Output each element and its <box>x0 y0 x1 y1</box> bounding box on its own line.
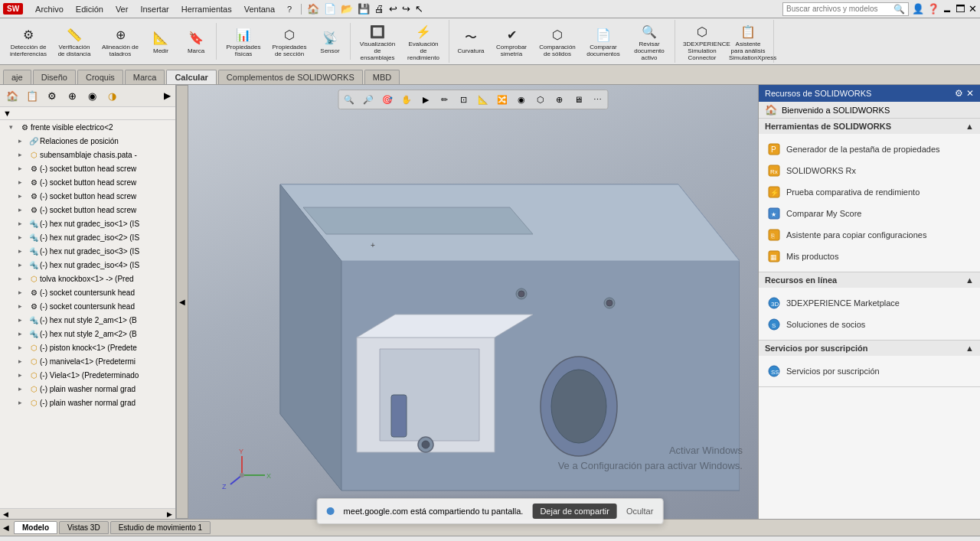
bottom-tab-modelo[interactable]: Modelo <box>14 521 57 534</box>
menu-edicion[interactable]: Edición <box>70 3 109 15</box>
tool-marca[interactable]: 🔖 Marca <box>179 27 213 57</box>
tree-item-relaciones[interactable]: ▸ 🔗 Relaciones de posición <box>0 134 175 148</box>
vp-btn-zoom-in[interactable]: 🔎 <box>360 92 377 107</box>
sidebar-icon-target[interactable]: ⊕ <box>63 86 81 105</box>
menu-ventana[interactable]: Ventana <box>238 3 281 15</box>
viewport[interactable]: 🔍 🔎 🎯 ✋ ▶ ✏ ⊡ 📐 🔀 ◉ ⬡ ⊕ 🖥 ⋯ <box>188 85 758 519</box>
tree-item-frente[interactable]: ▾ ⚙ frente visible electrico<2 <box>0 120 175 134</box>
tree-item-countersunk2[interactable]: ▸ ⚙ (-) socket countersunk head <box>0 299 175 313</box>
tree-item-washer1[interactable]: ▸ ⬡ (-) plain washer normal grad <box>0 382 175 396</box>
tree-item-hexstyle1[interactable]: ▸ 🔩 (-) hex nut style 2_am<1> (B <box>0 313 175 327</box>
help-icon[interactable]: ❓ <box>927 3 939 15</box>
vp-btn-arrows[interactable]: 🔀 <box>494 92 511 107</box>
tree-item-hexnut1[interactable]: ▸ 🔩 (-) hex nut gradec_iso<1> (IS <box>0 217 175 230</box>
nav-new-icon[interactable]: 📄 <box>322 3 338 15</box>
tree-item-manivela[interactable]: ▸ ⬡ (-) manivela<1> (Predetermi <box>0 354 175 368</box>
tree-item-hexstyle2[interactable]: ▸ 🔩 (-) hex nut style 2_am<2> (B <box>0 327 175 341</box>
rp-section-servicios-header[interactable]: Servicios por suscripción ▲ <box>759 341 980 356</box>
tree-item-washer2[interactable]: ▸ ⬡ (-) plain washer normal grad <box>0 396 175 409</box>
tool-propfisicas[interactable]: 📊 Propiedades físicas <box>221 23 266 60</box>
sidebar-scroll-right[interactable]: ▶ <box>167 510 172 518</box>
tab-aje[interactable]: aje <box>3 70 31 84</box>
search-input[interactable] <box>786 5 893 13</box>
tool-evaluacion[interactable]: ⚡ Evaluación de rendimiento <box>401 20 446 63</box>
rp-welcome-link[interactable]: Bienvenido a SOLIDWORKS <box>782 106 890 115</box>
tree-item-screw1[interactable]: ▸ ⚙ (-) socket button head screw <box>0 161 175 175</box>
menu-herramientas[interactable]: Herramientas <box>175 3 238 15</box>
tool-medir[interactable]: 📐 Medir <box>144 27 178 57</box>
tree-item-countersunk1[interactable]: ▸ ⚙ (-) socket countersunk head <box>0 285 175 299</box>
tool-asistente[interactable]: 📋 Asistente para análisis SimulationXpre… <box>726 20 770 63</box>
hide-notification-button[interactable]: Ocultar <box>626 507 653 516</box>
tool-deteccion[interactable]: ⚙ Detección de interferencias <box>6 23 51 60</box>
search-icon[interactable]: 🔍 <box>893 4 905 15</box>
close-icon[interactable]: ✕ <box>969 3 977 15</box>
sidebar-collapse-btn[interactable]: ◀ <box>176 85 188 519</box>
menu-archivo[interactable]: Archivo <box>29 3 70 15</box>
sidebar-icon-list[interactable]: 📋 <box>23 86 41 105</box>
tree-item-screw2[interactable]: ▸ ⚙ (-) socket button head screw <box>0 175 175 189</box>
nav-select-icon[interactable]: ↖ <box>413 3 426 15</box>
vp-btn-more[interactable]: ⋯ <box>590 92 606 107</box>
nav-undo-icon[interactable]: ↩ <box>387 3 400 15</box>
menu-insertar[interactable]: Insertar <box>134 3 175 15</box>
rp-item-generador[interactable]: P Generador de la pestaña de propiedades <box>765 139 974 160</box>
rp-section-recursos-header[interactable]: Recursos en línea ▲ <box>759 272 980 288</box>
tree-item-screw3[interactable]: ▸ ⚙ (-) socket button head screw <box>0 189 175 203</box>
vp-btn-measure[interactable]: 📐 <box>475 92 492 107</box>
tree-item-viela[interactable]: ▸ ⬡ (-) Viela<1> (Predeterminado <box>0 368 175 382</box>
rp-item-asistente[interactable]: ⎘ Asistente para copiar configuraciones <box>765 224 974 246</box>
bottom-tab-estudio[interactable]: Estudio de movimiento 1 <box>110 521 211 534</box>
nav-open-icon[interactable]: 📂 <box>338 3 355 15</box>
sidebar-scroll-left[interactable]: ◀ <box>3 510 8 518</box>
tool-comparardoc[interactable]: 📄 Comparar documentos <box>581 23 626 60</box>
rp-item-misproductos[interactable]: ▦ Mis productos <box>765 246 974 267</box>
tree-item-hexnut3[interactable]: ▸ 🔩 (-) hex nut gradec_iso<3> (IS <box>0 244 175 258</box>
tree-item-hexnut4[interactable]: ▸ 🔩 (-) hex nut gradec_iso<4> (IS <box>0 258 175 272</box>
vp-btn-circle[interactable]: ◉ <box>513 92 530 107</box>
tool-comparacion[interactable]: ⬡ Comparación de sólidos <box>535 23 580 60</box>
tab-calcular[interactable]: Calcular <box>166 70 216 84</box>
sidebar-icon-gear[interactable]: ⚙ <box>43 86 61 105</box>
rp-item-marketplace[interactable]: 3D 3DEXPERIENCE Marketplace <box>765 292 974 314</box>
sidebar-icon-pie[interactable]: ◑ <box>103 86 121 105</box>
tool-visualizacion[interactable]: 🔲 Visualización de ensamblajes <box>355 20 400 63</box>
tool-comprobar[interactable]: ✔ Comprobar simetría <box>489 23 534 60</box>
bottom-tab-vistas3d[interactable]: Vistas 3D <box>59 521 109 534</box>
rp-item-socios[interactable]: S Soluciones de socios <box>765 314 974 335</box>
sidebar-icon-home[interactable]: 🏠 <box>3 86 21 105</box>
tool-propseccion[interactable]: ⬡ Propiedades de sección <box>267 23 312 60</box>
tab-croquis[interactable]: Croquis <box>77 70 123 84</box>
tool-sensor[interactable]: 📡 Sensor <box>313 27 347 57</box>
rp-item-prueba[interactable]: ⚡ Prueba comparativa de rendimiento <box>765 181 974 203</box>
nav-home-icon[interactable]: 🏠 <box>305 3 322 15</box>
vp-btn-pan[interactable]: ✋ <box>398 92 415 107</box>
tool-3dexperience[interactable]: ⬡ 3DEXPERIENCE Simulation Connector <box>680 20 724 63</box>
user-icon[interactable]: 👤 <box>912 3 924 15</box>
minimize-icon[interactable]: 🗕 <box>942 3 952 15</box>
tool-curvatura[interactable]: 〜 Curvatura <box>454 27 488 57</box>
rp-nav-icon[interactable]: 🏠 <box>765 104 777 116</box>
tab-marca[interactable]: Marca <box>125 70 165 84</box>
nav-redo-icon[interactable]: ↪ <box>400 3 413 15</box>
tool-alineacion[interactable]: ⊕ Alineación de taladros <box>98 23 142 60</box>
nav-save-icon[interactable]: 💾 <box>355 3 372 15</box>
menu-ver[interactable]: Ver <box>109 3 135 15</box>
vp-btn-zoom-fit[interactable]: 🔍 <box>341 92 358 107</box>
vp-btn-display[interactable]: 🖥 <box>570 92 587 107</box>
stop-sharing-button[interactable]: Dejar de compartir <box>532 504 616 519</box>
tree-item-screw4[interactable]: ▸ ⚙ (-) socket button head screw <box>0 203 175 217</box>
tool-revisar[interactable]: 🔍 Revisar documento activo <box>627 20 671 63</box>
rp-item-suscripcion[interactable]: SS Servicios por suscripción <box>765 360 974 382</box>
vp-btn-hex[interactable]: ⬡ <box>532 92 549 107</box>
sidebar-expand-btn[interactable]: ▶ <box>162 89 172 103</box>
tab-complementos[interactable]: Complementos de SOLIDWORKS <box>218 70 363 84</box>
search-box[interactable]: 🔍 <box>782 2 909 16</box>
tree-item-piston[interactable]: ▸ ⬡ (-) piston knock<1> (Predete <box>0 341 175 354</box>
vp-btn-pencil[interactable]: ✏ <box>436 92 453 107</box>
vp-btn-plus[interactable]: ⊕ <box>551 92 568 107</box>
sidebar-icon-circle[interactable]: ◉ <box>83 86 101 105</box>
tab-mbd[interactable]: MBD <box>364 70 400 84</box>
right-panel-settings-icon[interactable]: ⚙ <box>955 88 963 99</box>
tab-diseno[interactable]: Diseño <box>33 70 76 84</box>
